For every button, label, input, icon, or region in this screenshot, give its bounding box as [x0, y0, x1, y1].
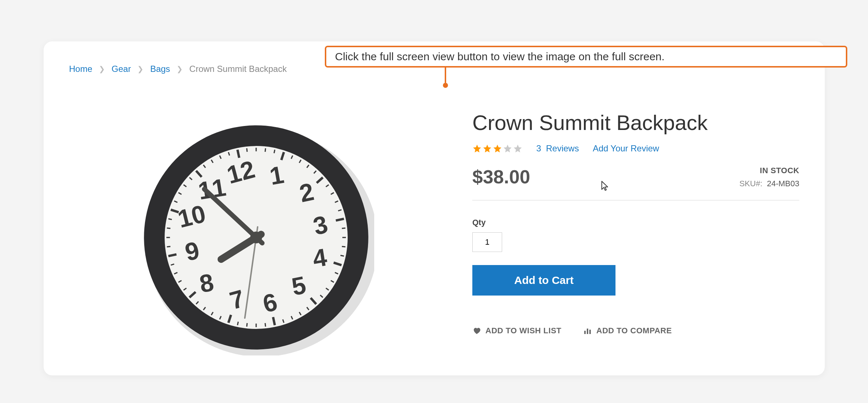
qty-input[interactable]: [472, 232, 502, 252]
svg-line-33: [273, 317, 275, 325]
svg-rect-80: [587, 329, 588, 334]
clock-icon: 121234567891011: [138, 119, 374, 355]
callout-leader-line: [445, 68, 446, 83]
breadcrumb-bags[interactable]: Bags: [150, 64, 170, 74]
svg-line-48: [168, 255, 176, 256]
instruction-callout: Click the full screen view button to vie…: [325, 46, 847, 68]
reviews-count: 3: [536, 143, 541, 153]
reviews-label: Reviews: [546, 143, 579, 153]
sku-line: SKU#: 24-MB03: [739, 179, 799, 188]
star-filled-icon: [483, 144, 492, 153]
breadcrumb-gear[interactable]: Gear: [112, 64, 131, 74]
product-main: 121234567891011 Crown Summit Backpack: [69, 103, 799, 372]
rating-stars: [472, 144, 522, 153]
chevron-right-icon: ❯: [99, 65, 105, 73]
breadcrumb-current: Crown Summit Backpack: [189, 64, 287, 74]
sku-value: 24-MB03: [767, 179, 799, 188]
svg-rect-79: [584, 331, 586, 334]
product-price: $38.00: [472, 166, 530, 188]
add-to-cart-label: Add to Cart: [514, 274, 573, 286]
star-empty-icon: [513, 144, 522, 153]
qty-label: Qty: [472, 218, 799, 227]
product-title: Crown Summit Backpack: [472, 110, 799, 135]
reviews-link[interactable]: 3 Reviews: [536, 143, 579, 154]
add-to-compare-label: ADD TO COMPARE: [596, 326, 672, 335]
add-to-wishlist-label: ADD TO WISH LIST: [485, 326, 561, 335]
add-to-wishlist-button[interactable]: ADD TO WISH LIST: [472, 326, 561, 335]
product-card: Home ❯ Gear ❯ Bags ❯ Crown Summit Backpa…: [44, 41, 825, 375]
breadcrumb-home[interactable]: Home: [69, 64, 92, 74]
mouse-cursor-icon: [601, 181, 609, 192]
stock-info: IN STOCK SKU#: 24-MB03: [739, 166, 799, 188]
star-filled-icon: [493, 144, 502, 153]
svg-line-35: [255, 323, 257, 327]
bar-chart-icon: [583, 326, 592, 335]
stock-status: IN STOCK: [739, 166, 799, 175]
star-filled-icon: [472, 144, 482, 153]
svg-text:11: 11: [196, 173, 228, 205]
svg-line-50: [166, 237, 170, 238]
sku-label: SKU#:: [739, 179, 763, 188]
svg-line-5: [255, 148, 257, 151]
price-stock-row: $38.00 IN STOCK SKU#: 24-MB03: [472, 166, 799, 188]
add-review-link[interactable]: Add Your Review: [593, 143, 659, 154]
secondary-actions: ADD TO WISH LIST ADD TO COMPARE: [472, 326, 799, 335]
svg-rect-81: [589, 330, 591, 334]
chevron-right-icon: ❯: [177, 65, 183, 73]
add-to-cart-button[interactable]: Add to Cart: [472, 265, 615, 296]
svg-line-18: [336, 219, 344, 221]
review-summary: 3 Reviews Add Your Review: [472, 143, 799, 154]
heart-icon: [472, 326, 481, 335]
section-divider: [472, 200, 799, 200]
product-info: Crown Summit Backpack 3 Reviews Add Your…: [443, 103, 799, 372]
star-empty-icon: [503, 144, 512, 153]
chevron-right-icon: ❯: [137, 65, 144, 73]
svg-line-20: [342, 237, 346, 238]
svg-line-4: [246, 148, 247, 152]
svg-line-3: [238, 150, 239, 158]
product-image: 121234567891011: [138, 119, 374, 355]
svg-line-34: [265, 323, 266, 327]
svg-line-19: [342, 228, 346, 229]
svg-line-49: [167, 246, 170, 247]
add-to-compare-button[interactable]: ADD TO COMPARE: [583, 326, 672, 335]
callout-leader-dot: [443, 83, 448, 88]
product-image-area[interactable]: 121234567891011: [69, 103, 443, 372]
instruction-text: Click the full screen view button to vie…: [335, 50, 665, 63]
